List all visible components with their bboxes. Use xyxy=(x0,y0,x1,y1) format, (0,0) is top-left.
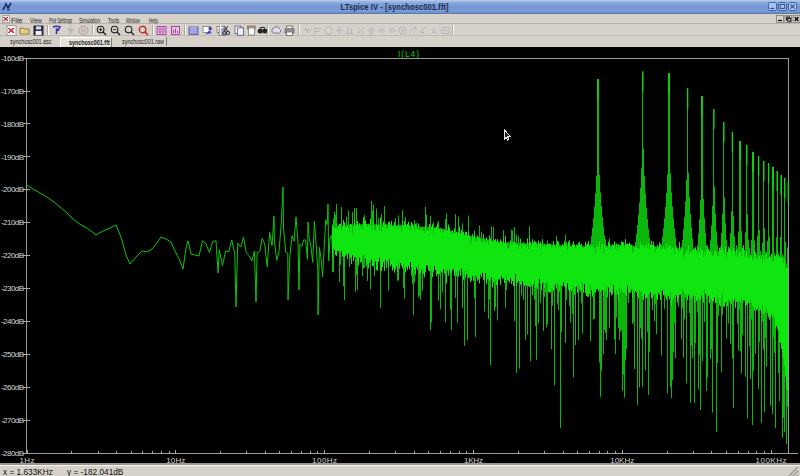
svg-text:A: A xyxy=(431,27,437,36)
svg-text:-260dB: -260dB xyxy=(1,383,24,392)
svg-text:10Hz: 10Hz xyxy=(166,456,185,465)
svg-text:10KHz: 10KHz xyxy=(610,456,634,465)
svg-text:1Hz: 1Hz xyxy=(20,456,35,465)
svg-text:I(L4): I(L4) xyxy=(398,49,419,59)
svg-text:-230dB: -230dB xyxy=(1,284,24,293)
svg-text:-190dB: -190dB xyxy=(1,153,24,162)
svg-text:-240dB: -240dB xyxy=(1,317,24,326)
svg-text:-270dB: -270dB xyxy=(1,416,24,425)
svg-text:-170dB: -170dB xyxy=(1,87,24,96)
svg-text:-160dB: -160dB xyxy=(1,54,24,63)
svg-text:1KHz: 1KHz xyxy=(464,456,483,465)
svg-text:-200dB: -200dB xyxy=(1,185,24,194)
svg-text:-220dB: -220dB xyxy=(1,251,24,260)
svg-text:-180dB: -180dB xyxy=(1,120,24,129)
svg-text:-210dB: -210dB xyxy=(1,218,24,227)
svg-text:100Hz: 100Hz xyxy=(312,456,337,465)
svg-text:-250dB: -250dB xyxy=(1,350,24,359)
svg-text:100KHz: 100KHz xyxy=(756,456,787,465)
